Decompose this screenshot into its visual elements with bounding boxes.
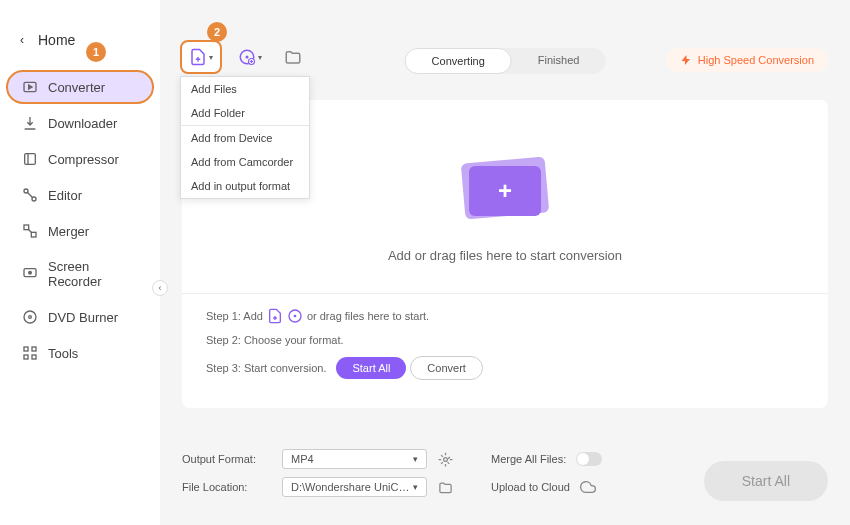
high-speed-label: High Speed Conversion [698, 54, 814, 66]
svg-point-28 [246, 56, 249, 59]
output-format-value: MP4 [291, 453, 314, 465]
svg-point-35 [294, 315, 297, 318]
folder-icon [284, 48, 302, 66]
editor-icon [22, 187, 38, 203]
add-file-button[interactable]: ▾ [180, 40, 222, 74]
tab-converting[interactable]: Converting [405, 48, 512, 74]
home-label: Home [38, 32, 75, 48]
sidebar: ‹ Home Converter Downloader Compressor E… [0, 0, 160, 525]
annotation-badge-2: 2 [207, 22, 227, 42]
screen-recorder-icon [22, 266, 38, 282]
svg-rect-24 [32, 355, 36, 359]
sidebar-item-converter[interactable]: Converter [6, 70, 154, 104]
dropdown-add-in-output-format[interactable]: Add in output format [181, 174, 309, 198]
dropdown-add-from-camcorder[interactable]: Add from Camcorder [181, 150, 309, 174]
svg-point-20 [29, 316, 32, 319]
add-dvd-button[interactable]: ▾ [232, 42, 268, 72]
downloader-icon [22, 115, 38, 131]
high-speed-badge[interactable]: High Speed Conversion [666, 48, 828, 72]
sidebar-item-downloader[interactable]: Downloader [6, 106, 154, 140]
merge-toggle[interactable] [576, 452, 602, 466]
dropdown-add-from-device[interactable]: Add from Device [181, 126, 309, 150]
steps-panel: Step 1: Add or drag files here to start.… [182, 293, 828, 408]
dropdown-add-files[interactable]: Add Files [181, 77, 309, 101]
compressor-icon [22, 151, 38, 167]
chevron-down-icon: ▾ [258, 53, 262, 62]
merger-icon [22, 223, 38, 239]
sidebar-item-screen-recorder[interactable]: Screen Recorder [6, 250, 154, 298]
chevron-down-icon: ▾ [413, 482, 418, 492]
add-file-icon [267, 308, 283, 324]
add-file-dropdown: Add Files Add Folder Add from Device Add… [180, 76, 310, 199]
step1-label-a: Step 1: Add [206, 310, 263, 322]
sidebar-item-editor[interactable]: Editor [6, 178, 154, 212]
add-dvd-icon [287, 308, 303, 324]
step3-label: Step 3: Start conversion. [206, 362, 326, 374]
svg-point-19 [24, 311, 36, 323]
dropdown-add-folder[interactable]: Add Folder [181, 101, 309, 125]
svg-rect-21 [24, 347, 28, 351]
add-file-icon [189, 48, 207, 66]
dvd-burner-icon [22, 309, 38, 325]
add-dvd-icon [238, 48, 256, 66]
back-chevron-icon: ‹ [20, 33, 24, 47]
svg-line-16 [29, 230, 32, 233]
main-area: ‹ ▾ Add Files Add Folder Add from Device… [160, 0, 850, 525]
svg-rect-23 [24, 355, 28, 359]
svg-point-36 [443, 457, 447, 461]
tab-finished[interactable]: Finished [512, 48, 606, 74]
bottom-bar: Output Format: MP4 ▾ Merge All Files: Fi… [160, 435, 850, 525]
svg-point-18 [29, 271, 32, 274]
sidebar-item-label: Compressor [48, 152, 119, 167]
file-location-label: File Location: [182, 481, 272, 493]
sidebar-back[interactable]: ‹ Home [0, 24, 160, 56]
collapse-sidebar-button[interactable]: ‹ [152, 280, 168, 296]
sidebar-item-tools[interactable]: Tools [6, 336, 154, 370]
file-location-value: D:\Wondershare UniConverter 1 [291, 481, 413, 493]
converter-icon [22, 79, 38, 95]
sidebar-item-label: Editor [48, 188, 82, 203]
svg-rect-9 [25, 154, 36, 165]
start-all-button[interactable]: Start All [336, 357, 406, 379]
svg-marker-8 [29, 85, 32, 89]
open-folder-icon[interactable] [437, 479, 453, 495]
settings-icon[interactable] [437, 451, 453, 467]
output-format-select[interactable]: MP4 ▾ [282, 449, 427, 469]
output-format-label: Output Format: [182, 453, 272, 465]
folder-illustration: + [455, 150, 555, 220]
annotation-badge-1: 1 [86, 42, 106, 62]
sidebar-item-label: Screen Recorder [48, 259, 138, 289]
sidebar-item-compressor[interactable]: Compressor [6, 142, 154, 176]
svg-rect-14 [24, 225, 29, 230]
step1-label-b: or drag files here to start. [307, 310, 429, 322]
tabs: Converting Finished [405, 48, 606, 74]
sidebar-item-dvd-burner[interactable]: DVD Burner [6, 300, 154, 334]
tools-icon [22, 345, 38, 361]
merge-label: Merge All Files: [491, 453, 566, 465]
sidebar-item-label: Converter [48, 80, 105, 95]
sidebar-item-label: Tools [48, 346, 78, 361]
sidebar-item-label: Merger [48, 224, 89, 239]
step2-label: Step 2: Choose your format. [206, 334, 344, 346]
svg-rect-15 [31, 232, 36, 237]
lightning-icon [680, 54, 692, 66]
svg-line-13 [27, 192, 32, 197]
chevron-down-icon: ▾ [209, 53, 213, 62]
sidebar-item-label: DVD Burner [48, 310, 118, 325]
convert-button[interactable]: Convert [410, 356, 483, 380]
chevron-down-icon: ▾ [413, 454, 418, 464]
cloud-icon[interactable] [580, 479, 596, 495]
upload-cloud-label: Upload to Cloud [491, 481, 570, 493]
file-location-select[interactable]: D:\Wondershare UniConverter 1 ▾ [282, 477, 427, 497]
sidebar-item-merger[interactable]: Merger [6, 214, 154, 248]
drop-text: Add or drag files here to start conversi… [202, 248, 808, 263]
start-all-main-button[interactable]: Start All [704, 461, 828, 501]
sidebar-item-label: Downloader [48, 116, 117, 131]
svg-rect-22 [32, 347, 36, 351]
add-folder-button[interactable] [278, 42, 308, 72]
